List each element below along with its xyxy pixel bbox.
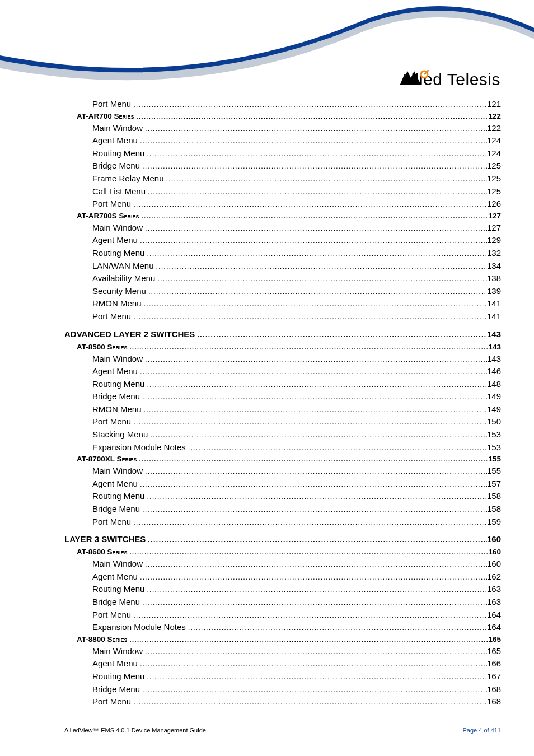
- toc-leader: ........................................…: [143, 646, 487, 658]
- toc-row[interactable]: Frame Relay Menu........................…: [64, 172, 501, 185]
- toc-leader: ........................................…: [138, 571, 487, 584]
- toc-page: 132: [487, 247, 501, 259]
- toc-leader: ........................................…: [144, 671, 487, 683]
- toc-row[interactable]: Expansion Module Notes..................…: [64, 441, 501, 454]
- toc-row[interactable]: Port Menu...............................…: [64, 198, 501, 211]
- toc-page: 125: [487, 160, 501, 172]
- toc-row[interactable]: AT-AR700S Series........................…: [64, 211, 501, 222]
- toc-leader: ........................................…: [164, 173, 487, 185]
- toc-page: 149: [487, 390, 501, 403]
- toc-label: Main Window: [92, 222, 143, 234]
- page-footer: AlliedView™-EMS 4.0.1 Device Management …: [64, 727, 501, 734]
- toc-label: AT-8600 Series: [77, 547, 128, 558]
- toc-row[interactable]: Agent Menu..............................…: [64, 571, 501, 584]
- toc-label: Port Menu: [92, 198, 131, 210]
- toc-row[interactable]: RMON Menu...............................…: [64, 297, 501, 310]
- toc-leader: ........................................…: [140, 160, 487, 172]
- toc-row[interactable]: Main Window.............................…: [64, 122, 501, 135]
- toc-leader: ........................................…: [155, 273, 487, 285]
- toc-row[interactable]: Agent Menu..............................…: [64, 134, 501, 147]
- toc-row[interactable]: Port Menu...............................…: [64, 98, 501, 111]
- toc-row[interactable]: Main Window.............................…: [64, 558, 501, 571]
- toc-row[interactable]: Port Menu...............................…: [64, 310, 501, 323]
- toc-row[interactable]: AT-8600 Series..........................…: [64, 547, 501, 558]
- toc-label: AT-8800 Series: [77, 634, 128, 645]
- footer-right: Page 4 of 411: [462, 727, 501, 734]
- toc-page: 127: [488, 211, 501, 222]
- toc-row[interactable]: Agent Menu..............................…: [64, 365, 501, 378]
- toc-row[interactable]: Main Window.............................…: [64, 465, 501, 478]
- toc-row[interactable]: Port Menu...............................…: [64, 609, 501, 622]
- footer-left: AlliedView™-EMS 4.0.1 Device Management …: [64, 727, 206, 734]
- toc-row[interactable]: AT-8500 Series..........................…: [64, 342, 501, 353]
- toc-leader: ........................................…: [142, 298, 487, 310]
- toc-label: Routing Menu: [92, 247, 144, 259]
- toc-leader: ........................................…: [146, 536, 487, 544]
- toc-row[interactable]: Main Window.............................…: [64, 353, 501, 366]
- toc-page: 148: [487, 378, 501, 390]
- toc-row[interactable]: Stacking Menu...........................…: [64, 428, 501, 441]
- toc-label: Port Menu: [92, 516, 131, 528]
- toc-page: 143: [487, 353, 501, 365]
- toc-row[interactable]: Expansion Module Notes..................…: [64, 621, 501, 634]
- toc-label: Bridge Menu: [92, 160, 140, 172]
- toc-row[interactable]: Port Menu...............................…: [64, 516, 501, 529]
- toc-row[interactable]: AT-AR700 Series.........................…: [64, 111, 501, 122]
- toc-label: Port Menu: [92, 416, 131, 428]
- toc-row[interactable]: Routing Menu............................…: [64, 378, 501, 391]
- toc-row[interactable]: Bridge Menu.............................…: [64, 503, 501, 516]
- toc-row[interactable]: Routing Menu............................…: [64, 247, 501, 260]
- toc-label: Agent Menu: [92, 571, 138, 583]
- toc-row[interactable]: AT-8700XL Series........................…: [64, 454, 501, 465]
- toc-row[interactable]: Availability Menu.......................…: [64, 272, 501, 285]
- toc-page: 124: [487, 134, 501, 147]
- toc-page: 121: [487, 98, 501, 110]
- toc-row[interactable]: Agent Menu..............................…: [64, 657, 501, 670]
- toc-row[interactable]: Main Window.............................…: [64, 645, 501, 658]
- toc-leader: ........................................…: [140, 684, 487, 696]
- toc-row[interactable]: RMON Menu...............................…: [64, 403, 501, 416]
- toc-leader: ........................................…: [131, 198, 487, 211]
- toc-label: Bridge Menu: [92, 390, 140, 403]
- toc-row[interactable]: LAN/WAN Menu............................…: [64, 260, 501, 273]
- toc-leader: ........................................…: [140, 596, 487, 609]
- toc-label: Routing Menu: [92, 583, 144, 595]
- toc-row[interactable]: LAYER 3 SWITCHES........................…: [64, 534, 501, 544]
- toc-row[interactable]: Routing Menu............................…: [64, 490, 501, 503]
- toc-row[interactable]: Bridge Menu.............................…: [64, 390, 501, 403]
- toc-leader: ........................................…: [138, 235, 487, 247]
- toc-row[interactable]: Bridge Menu.............................…: [64, 683, 501, 696]
- toc-row[interactable]: AT-8800 Series..........................…: [64, 634, 501, 645]
- toc-row[interactable]: Routing Menu............................…: [64, 583, 501, 596]
- toc-row[interactable]: Port Menu...............................…: [64, 696, 501, 708]
- toc-page: 153: [487, 441, 501, 454]
- toc-row[interactable]: Bridge Menu.............................…: [64, 596, 501, 609]
- brand-mark-icon: [400, 70, 429, 86]
- toc-leader: ........................................…: [140, 391, 487, 403]
- toc-row[interactable]: Routing Menu............................…: [64, 147, 501, 160]
- toc-page: 146: [487, 365, 501, 377]
- toc-row[interactable]: Security Menu...........................…: [64, 285, 501, 298]
- toc-page: 129: [487, 234, 501, 246]
- toc-row[interactable]: Agent Menu..............................…: [64, 478, 501, 491]
- toc-leader: ........................................…: [143, 558, 487, 571]
- toc-row[interactable]: Routing Menu............................…: [64, 670, 501, 683]
- toc-page: 134: [487, 260, 501, 272]
- toc-label: LAN/WAN Menu: [92, 260, 153, 272]
- toc-leader: ........................................…: [131, 311, 487, 323]
- toc-row[interactable]: Port Menu...............................…: [64, 416, 501, 428]
- toc-label: Stacking Menu: [92, 428, 148, 441]
- toc-label: Routing Menu: [92, 378, 144, 390]
- toc-row[interactable]: Bridge Menu.............................…: [64, 160, 501, 172]
- toc-label: AT-8500 Series: [77, 342, 128, 353]
- toc-page: 127: [487, 222, 501, 234]
- toc-row[interactable]: Call List Menu..........................…: [64, 185, 501, 198]
- toc-page: 138: [487, 272, 501, 284]
- toc-page: 122: [487, 122, 501, 134]
- toc-row[interactable]: Agent Menu..............................…: [64, 234, 501, 247]
- toc-label: Main Window: [92, 645, 143, 657]
- toc-row[interactable]: Main Window.............................…: [64, 222, 501, 235]
- toc-page: 160: [487, 558, 501, 570]
- toc-label: Expansion Module Notes: [92, 621, 186, 633]
- toc-row[interactable]: ADVANCED LAYER 2 SWITCHES...............…: [64, 329, 501, 339]
